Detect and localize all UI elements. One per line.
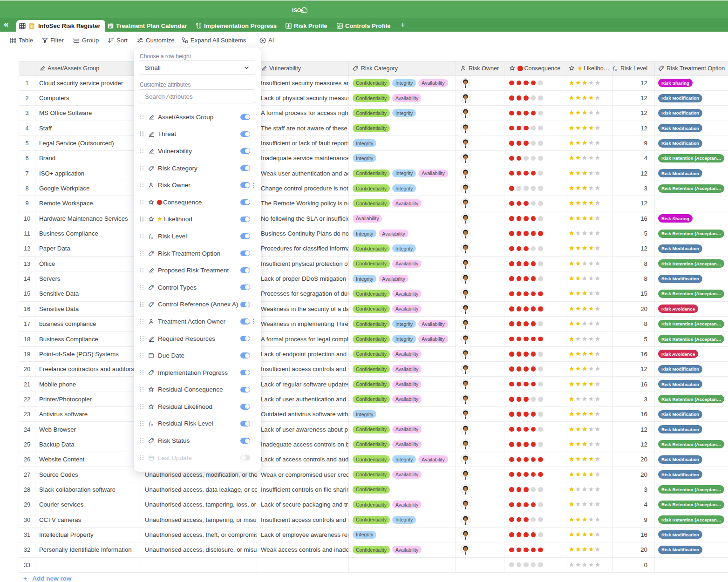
svg-text:x: x <box>151 236 153 239</box>
svg-text:f: f <box>149 233 151 239</box>
svg-text:x: x <box>615 68 617 71</box>
svg-text:x: x <box>151 423 153 426</box>
svg-text:f: f <box>149 421 151 427</box>
svg-text:ISO: ISO <box>292 7 301 13</box>
